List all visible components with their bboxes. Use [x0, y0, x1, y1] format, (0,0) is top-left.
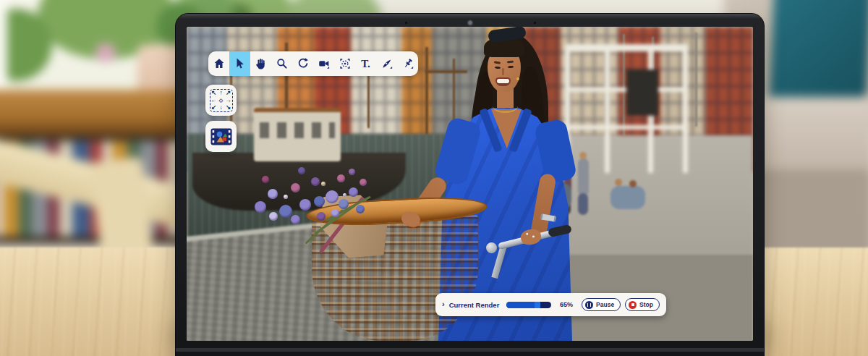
person: [578, 158, 589, 196]
transform-move-button[interactable]: ↖↑↗ ←◇→ ↙↓↘: [205, 85, 237, 116]
tool-video[interactable]: [313, 51, 334, 76]
tool-zoom[interactable]: [271, 51, 292, 76]
tool-pointer-selected[interactable]: [229, 51, 250, 76]
progress-active-segment: [535, 302, 540, 308]
tool-home[interactable]: [208, 51, 229, 76]
webcam: [467, 20, 474, 27]
expand-chevron[interactable]: ›: [442, 300, 445, 308]
smile: [495, 77, 511, 86]
person-head: [629, 180, 637, 187]
bike-bell: [486, 242, 497, 253]
video-camera-icon: [318, 57, 331, 70]
tool-select-region[interactable]: [334, 51, 355, 76]
magnifier-icon: [276, 57, 289, 70]
select-region-icon: [339, 57, 352, 70]
hand-icon: [255, 57, 268, 70]
filmstrip-icon: [210, 128, 232, 145]
mast-yard: [425, 70, 467, 73]
progress-bar: [506, 302, 551, 308]
tool-hand[interactable]: [250, 51, 271, 76]
editor-toolbar: T.: [208, 51, 418, 76]
microphone-dot: [405, 22, 407, 24]
render-label: Current Render: [449, 301, 500, 309]
media-frames-button[interactable]: [205, 121, 237, 152]
pin-icon: [401, 57, 414, 70]
tool-text[interactable]: T.: [355, 51, 376, 76]
boat-mast: [695, 33, 697, 127]
progress-percent: 65%: [560, 301, 573, 308]
pause-icon: [585, 301, 593, 309]
stop-icon: [629, 301, 637, 309]
progress-fill: [506, 302, 534, 308]
laptop-screen: T. ↖↑↗ ←◇→ ↙↓↘: [187, 27, 753, 341]
dark-sign: [626, 69, 658, 116]
tool-pin[interactable]: [397, 51, 418, 76]
render-progress-panel: › Current Render 65% Pause Stop: [435, 293, 666, 316]
boat-wheelhouse: [254, 108, 341, 161]
person-head: [579, 152, 587, 159]
pause-button[interactable]: Pause: [582, 298, 621, 311]
gold-necklace: [495, 102, 516, 113]
microphone-dot: [534, 22, 536, 24]
nose: [502, 68, 504, 75]
laptop-hinge: [176, 348, 764, 352]
pointer-icon: [234, 57, 247, 70]
rotate-icon: [297, 57, 310, 70]
move-arrows-icon: ↖↑↗ ←◇→ ↙↓↘: [210, 89, 233, 112]
flower-bouquet: [247, 161, 385, 253]
pen-icon: [380, 57, 393, 70]
person-legs: [578, 193, 588, 215]
home-icon: [213, 57, 226, 70]
tool-rotate[interactable]: [292, 51, 313, 76]
text-tool-label: T.: [361, 59, 370, 69]
laptop: T. ↖↑↗ ←◇→ ↙↓↘: [175, 13, 765, 356]
person-head: [615, 179, 622, 186]
stop-button[interactable]: Stop: [625, 298, 660, 311]
gold-earring: [516, 77, 519, 80]
tool-pen[interactable]: [376, 51, 397, 76]
seated-group: [610, 186, 645, 209]
